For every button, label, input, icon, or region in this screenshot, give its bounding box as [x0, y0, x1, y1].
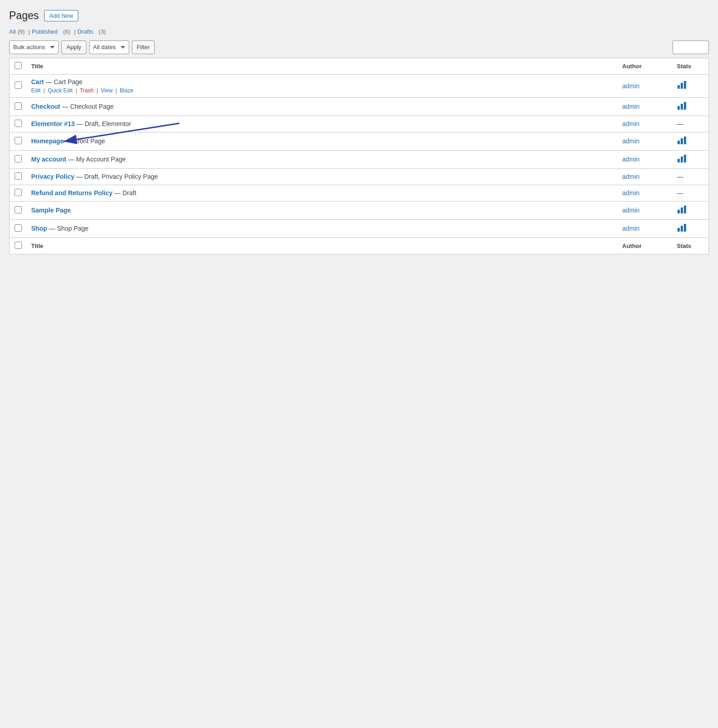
table-row: Sample Pageadmin	[10, 201, 709, 219]
stats-cell	[672, 132, 709, 150]
author-cell: admin	[618, 219, 672, 238]
page-title-link[interactable]: My account	[31, 156, 66, 163]
select-all-checkbox[interactable]	[15, 62, 22, 69]
search-box	[672, 40, 709, 54]
svg-rect-12	[681, 157, 683, 162]
stats-col-header: Stats	[672, 58, 709, 74]
filter-all[interactable]: All	[9, 28, 15, 35]
table-row: Checkout — Checkout Pageadmin	[10, 97, 709, 116]
quick-edit-link[interactable]: Quick Edit	[48, 87, 73, 94]
author-col-header: Author	[618, 58, 672, 74]
filter-button[interactable]: Filter	[132, 40, 155, 54]
stats-bars-icon[interactable]	[677, 101, 687, 112]
title-col-header[interactable]: Title	[27, 58, 618, 74]
table-row: Homepage — Front Pageadmin	[10, 132, 709, 150]
row-checkbox[interactable]	[15, 189, 22, 196]
title-cell: Refund and Returns Policy — Draft	[27, 185, 618, 201]
add-new-button[interactable]: Add New	[44, 10, 78, 21]
search-input[interactable]	[672, 40, 709, 54]
trash-link[interactable]: Trash	[80, 87, 93, 94]
stats-bars-icon[interactable]	[677, 136, 687, 147]
row-checkbox[interactable]	[15, 102, 22, 110]
stats-cell	[672, 150, 709, 168]
stats-bars-icon[interactable]	[677, 223, 687, 234]
author-col-footer: Author	[618, 238, 672, 254]
title-suffix: — Draft, Privacy Policy Page	[74, 173, 158, 180]
svg-rect-19	[684, 224, 686, 232]
author-link[interactable]: admin	[622, 173, 640, 180]
blaze-link[interactable]: Blaze	[120, 87, 133, 94]
filter-drafts[interactable]: Drafts	[77, 28, 93, 35]
row-checkbox-cell	[10, 168, 27, 185]
select-all-header	[10, 58, 27, 74]
svg-rect-14	[678, 210, 680, 213]
row-checkbox[interactable]	[15, 137, 22, 144]
action-sep: |	[95, 87, 100, 94]
svg-rect-16	[684, 206, 686, 213]
row-checkbox[interactable]	[15, 81, 22, 89]
author-link[interactable]: admin	[622, 137, 640, 145]
author-link[interactable]: admin	[622, 82, 640, 90]
all-count: (9)	[17, 28, 25, 35]
sep2: |	[74, 28, 76, 35]
row-checkbox-cell	[10, 97, 27, 116]
tablenav: Bulk actions Apply All dates Filter	[9, 40, 709, 54]
row-checkbox[interactable]	[15, 120, 22, 127]
stats-dash: —	[677, 189, 683, 197]
title-cell: My account — My Account Page	[27, 150, 618, 168]
author-cell: admin	[618, 132, 672, 150]
page-title-link[interactable]: Refund and Returns Policy	[31, 189, 113, 197]
row-checkbox[interactable]	[15, 224, 22, 232]
stats-bars-icon[interactable]	[677, 154, 687, 165]
table-row: Shop — Shop Pageadmin	[10, 219, 709, 238]
stats-bars-icon[interactable]	[677, 81, 687, 91]
row-checkbox[interactable]	[15, 172, 22, 180]
title-suffix: — Draft	[112, 189, 136, 197]
svg-rect-9	[681, 138, 683, 144]
title-cell: Elementor #13 — Draft, Elementor	[27, 116, 618, 132]
page-title-link[interactable]: Checkout	[31, 103, 61, 110]
page-title-link[interactable]: Elementor #13	[31, 120, 75, 127]
author-cell: admin	[618, 97, 672, 116]
page-title-link[interactable]: Homepage	[31, 137, 64, 145]
page-title-link[interactable]: Cart	[31, 78, 44, 86]
row-checkbox[interactable]	[15, 155, 22, 162]
stats-cell: —	[672, 185, 709, 201]
sep1: |	[28, 28, 30, 35]
select-all-footer	[10, 238, 27, 254]
title-suffix: — Draft, Elementor	[75, 120, 131, 127]
page-title-link[interactable]: Privacy Policy	[31, 173, 75, 180]
stats-bars-icon[interactable]	[677, 205, 687, 216]
author-link[interactable]: admin	[622, 103, 640, 110]
page-title-link[interactable]: Shop	[31, 225, 47, 232]
title-col-footer: Title	[27, 238, 618, 254]
row-checkbox[interactable]	[15, 206, 22, 213]
edit-link[interactable]: Edit	[31, 87, 41, 94]
author-link[interactable]: admin	[622, 156, 640, 163]
row-checkbox-cell	[10, 116, 27, 132]
author-link[interactable]: admin	[622, 225, 640, 232]
author-cell: admin	[618, 74, 672, 97]
svg-rect-1	[681, 83, 683, 89]
filter-published[interactable]: Published	[32, 28, 58, 35]
svg-rect-15	[681, 207, 683, 213]
author-link[interactable]: admin	[622, 189, 640, 197]
title-suffix: — Cart Page	[44, 78, 83, 86]
svg-rect-2	[684, 81, 686, 89]
table-row: Privacy Policy — Draft, Privacy Policy P…	[10, 168, 709, 185]
title-cell: Checkout — Checkout Page	[27, 97, 618, 116]
page-title-link[interactable]: Sample Page	[31, 207, 71, 214]
row-checkbox-cell	[10, 150, 27, 168]
stats-cell: —	[672, 116, 709, 132]
title-suffix: — Front Page	[64, 137, 105, 145]
select-all-checkbox-footer[interactable]	[15, 242, 22, 249]
author-link[interactable]: admin	[622, 120, 640, 127]
table-row: Cart — Cart PageEdit | Quick Edit | Tras…	[10, 74, 709, 97]
view-link[interactable]: View	[101, 87, 113, 94]
title-cell: Sample Page	[27, 201, 618, 219]
apply-button[interactable]: Apply	[61, 40, 86, 54]
bulk-actions-select[interactable]: Bulk actions	[9, 40, 59, 54]
table-row: My account — My Account Pageadmin	[10, 150, 709, 168]
author-link[interactable]: admin	[622, 207, 640, 214]
dates-select[interactable]: All dates	[89, 40, 129, 54]
